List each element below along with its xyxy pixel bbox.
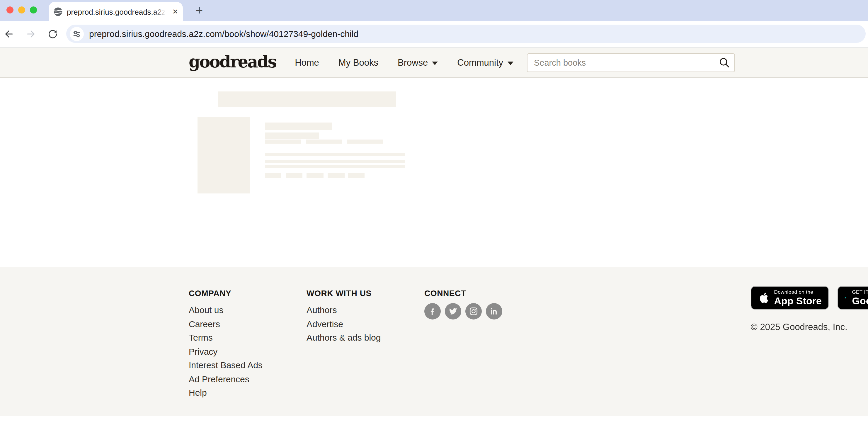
page-bottom-strip [0, 416, 868, 435]
footer-column-company: COMPANY About us Careers Terms Privacy I… [189, 288, 262, 400]
skeleton-text-line [265, 165, 405, 168]
close-window-button[interactable] [6, 6, 13, 13]
apple-icon [758, 291, 769, 304]
google-play-badge-title: Google Play [852, 296, 868, 306]
skeleton-text-line [265, 160, 405, 163]
nav-community-label: Community [457, 57, 503, 68]
app-store-badge-title: App Store [774, 296, 822, 306]
book-page-loading-area [0, 78, 868, 267]
tab-strip: preprod.sirius.goodreads.a2z ✕ + [0, 0, 868, 21]
search-box [527, 53, 735, 72]
globe-favicon-icon [53, 7, 63, 16]
site-controls-icon [73, 30, 81, 38]
footer-link-terms[interactable]: Terms [189, 331, 262, 344]
chevron-down-icon [507, 61, 513, 65]
google-play-badge-tagline: GET IT ON [852, 290, 868, 295]
tab-title: preprod.sirius.goodreads.a2z [67, 8, 165, 17]
tab-close-icon[interactable]: ✕ [172, 8, 178, 15]
tab-title-clip: preprod.sirius.goodreads.a2z [67, 6, 169, 17]
browser-toolbar: preprod.sirius.goodreads.a2z.com/book/sh… [0, 21, 868, 48]
skeleton-book-cover [197, 117, 250, 193]
skeleton-genre-chip [286, 173, 303, 178]
linkedin-icon[interactable] [486, 303, 502, 319]
skeleton-genre-chip [265, 173, 281, 178]
skeleton-text-line [265, 153, 405, 156]
skeleton-meta [347, 139, 383, 144]
site-header: goodreads Home My Books Browse Community [0, 48, 868, 78]
footer-column-work-with-us: WORK WITH US Authors Advertise Authors &… [307, 288, 381, 344]
minimize-window-button[interactable] [18, 6, 25, 13]
facebook-icon[interactable] [424, 303, 441, 319]
site-footer: COMPANY About us Careers Terms Privacy I… [0, 267, 868, 416]
footer-link-about-us[interactable]: About us [189, 303, 262, 317]
skeleton-meta [306, 139, 342, 144]
app-store-badge-tagline: Download on the [774, 290, 822, 295]
chevron-down-icon [432, 61, 438, 65]
footer-link-help[interactable]: Help [189, 386, 262, 400]
footer-link-advertise[interactable]: Advertise [307, 317, 381, 331]
skeleton-genre-chip [348, 173, 365, 178]
search-input[interactable] [527, 53, 735, 72]
footer-link-careers[interactable]: Careers [189, 317, 262, 331]
new-tab-button[interactable]: + [191, 2, 208, 19]
instagram-icon[interactable] [465, 303, 482, 319]
url-bar[interactable]: preprod.sirius.goodreads.a2z.com/book/sh… [66, 25, 866, 43]
footer-link-authors-ads-blog[interactable]: Authors & ads blog [307, 331, 381, 344]
goodreads-logo[interactable]: goodreads [189, 54, 276, 70]
play-triangle-icon [844, 291, 847, 305]
nav-home[interactable]: Home [295, 57, 319, 68]
footer-heading: CONNECT [424, 288, 502, 298]
skeleton-author [265, 132, 319, 139]
back-button-icon[interactable] [3, 29, 14, 39]
footer-link-ad-preferences[interactable]: Ad Preferences [189, 372, 262, 386]
skeleton-meta [265, 139, 301, 144]
footer-link-privacy[interactable]: Privacy [189, 344, 262, 358]
forward-button-icon[interactable] [26, 29, 36, 39]
main-nav: Home My Books Browse Community [295, 57, 513, 68]
app-badges: Download on the App Store GET IT ON Goog… [751, 286, 868, 310]
nav-browse[interactable]: Browse [398, 57, 438, 68]
google-play-badge[interactable]: GET IT ON Google Play [838, 286, 868, 310]
skeleton-book-title [265, 123, 332, 130]
footer-heading: COMPANY [189, 288, 262, 298]
browser-tab[interactable]: preprod.sirius.goodreads.a2z ✕ [49, 2, 183, 21]
site-settings-chip[interactable] [70, 27, 84, 41]
footer-column-connect: CONNECT [424, 288, 502, 319]
skeleton-genre-chip [307, 173, 323, 178]
browser-window: preprod.sirius.goodreads.a2z ✕ + [0, 0, 868, 435]
footer-link-interest-based-ads[interactable]: Interest Based Ads [189, 358, 262, 372]
skeleton-page-title [218, 91, 396, 107]
nav-my-books-label: My Books [338, 57, 378, 68]
twitter-icon[interactable] [445, 303, 461, 319]
copyright-text: © 2025 Goodreads, Inc. [751, 322, 847, 333]
nav-browse-label: Browse [398, 57, 428, 68]
footer-heading: WORK WITH US [307, 288, 381, 298]
zoom-window-button[interactable] [30, 6, 37, 13]
search-icon[interactable] [719, 57, 730, 68]
url-text[interactable]: preprod.sirius.goodreads.a2z.com/book/sh… [89, 29, 359, 39]
footer-link-authors[interactable]: Authors [307, 303, 381, 317]
nav-my-books[interactable]: My Books [338, 57, 378, 68]
nav-home-label: Home [295, 57, 319, 68]
app-store-badge[interactable]: Download on the App Store [751, 286, 829, 310]
reload-button-icon[interactable] [48, 29, 58, 39]
nav-community[interactable]: Community [457, 57, 513, 68]
skeleton-genre-chip [328, 173, 345, 178]
